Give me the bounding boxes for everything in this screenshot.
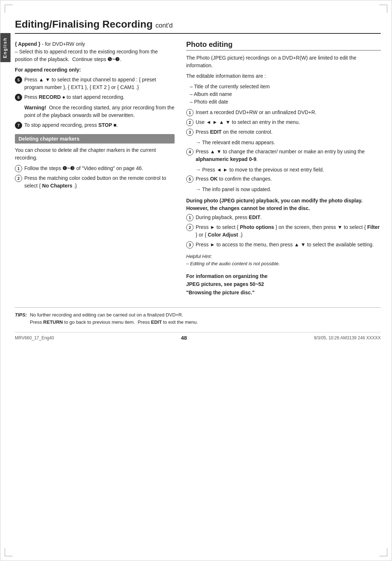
append-step5-text: Press ▲ ▼ to select the input channel to… — [24, 76, 175, 91]
during-step2: 2 Press ► to select { Photo options } on… — [186, 223, 381, 239]
del-step1: 1 Follow the steps ❶~❸ of "Video editing… — [15, 165, 175, 172]
photo-step3-text: Press EDIT on the remote control. — [196, 128, 273, 136]
helpful-hint-text: – Editing of the audio content is not po… — [186, 261, 280, 266]
photo-step-number-3: 3 — [186, 129, 193, 136]
warning-title: Warning! — [24, 105, 46, 110]
photo-step5-text: Press OK to confirm the changes. — [196, 175, 272, 183]
page-footer: MRV660_17_Eng40 48 9/3/05, 10:26 AM 3139… — [15, 332, 381, 341]
corner-bl — [5, 548, 13, 556]
footer-date: 9/3/05, 10:26 AM — [314, 335, 347, 340]
editable-item-3: Photo edit date — [190, 98, 381, 106]
photo-step3: 3 Press EDIT on the remote control. — [186, 128, 381, 136]
photo-step1: 1 Insert a recorded DVD+RW or an unfinal… — [186, 109, 381, 116]
deleting-chapter-heading: Deleting chapter markers — [15, 134, 175, 144]
del-step-number-1: 1 — [15, 165, 22, 172]
photo-step-number-2: 2 — [186, 119, 193, 126]
photo-step-number-4: 4 — [186, 148, 193, 156]
append-step7: 7 To stop append recording, press STOP. — [15, 121, 175, 129]
photo-steps-list: 1 Insert a recorded DVD+RW or an unfinal… — [186, 109, 381, 136]
photo-intro: The Photo (JPEG picture) recordings on a… — [186, 54, 381, 69]
photo-step-number-5: 5 — [186, 175, 193, 183]
corner-br — [379, 548, 387, 556]
append-steps-list: 5 Press ▲ ▼ to select the input channel … — [15, 76, 175, 101]
tips-section: TIPS: No further recording and editing c… — [15, 307, 381, 326]
page-wrapper: English Editing/Finalising Recording con… — [0, 0, 392, 561]
photo-step-number-1: 1 — [186, 109, 193, 116]
footer-page-number: 48 — [54, 335, 314, 341]
two-col-layout: { Append } - for DVD+RW only – Select th… — [15, 40, 381, 299]
for-append-heading: For append recording only: — [15, 66, 175, 74]
photo-step4-note: Press ◄ ► to move to the previous or nex… — [196, 166, 381, 174]
footer-right: 3139 246 XXXXX — [347, 335, 381, 340]
during-step-number-2: 2 — [186, 224, 193, 231]
editable-intro: The editable information items are : — [186, 72, 381, 80]
main-content: Editing/Finalising Recording cont'd { Ap… — [15, 11, 381, 341]
deleting-desc: You can choose to delete all the chapter… — [15, 146, 175, 162]
photo-editing-heading: Photo editing — [186, 40, 381, 51]
for-info-block: For information on organizing the JPEG p… — [186, 272, 381, 296]
page-title: Editing/Finalising Recording cont'd — [15, 19, 381, 34]
append-step6: 6 Press RECORD ● to start append recordi… — [15, 93, 175, 101]
during-step3: 3 Press ► to access to the menu, then pr… — [186, 241, 381, 249]
editable-item-1: Title of the currently selected item — [190, 83, 381, 90]
title-cont: cont'd — [155, 22, 172, 29]
step-number-6: 6 — [15, 94, 22, 101]
append-step7-text: To stop append recording, press STOP. — [24, 121, 118, 129]
step-number-7: 7 — [15, 122, 22, 129]
photo-step4: 4 Press ▲ ▼ to change the character/ num… — [186, 148, 381, 163]
del-step-number-2: 2 — [15, 175, 22, 182]
during-step3-text: Press ► to access to the menu, then pres… — [196, 241, 374, 249]
title-main: Editing/Finalising Recording — [15, 19, 153, 30]
helpful-hint: Helpful Hint: – Editing of the audio con… — [186, 253, 381, 267]
del-step2: 2 Press the matching color coded button … — [15, 174, 175, 190]
tips-label: TIPS: — [15, 311, 27, 319]
photo-steps-list2: 4 Press ▲ ▼ to change the character/ num… — [186, 148, 381, 163]
during-step1-text: During playback, press EDIT. — [196, 214, 262, 221]
photo-step4-text: Press ▲ ▼ to change the character/ numbe… — [196, 148, 381, 163]
corner-tl — [5, 5, 13, 13]
during-heading: During photo (JPEG picture) playback, yo… — [186, 197, 381, 212]
photo-step5-note: The info panel is now updated. — [196, 186, 381, 193]
sidebar-english-label: English — [0, 33, 11, 62]
del-step1-text: Follow the steps ❶~❸ of "Video editing" … — [24, 165, 143, 172]
during-step-number-3: 3 — [186, 241, 193, 249]
tips-text2: Press RETURN to go back to previous menu… — [30, 319, 198, 325]
photo-step3-note: The relevant edit menu appears. — [196, 139, 381, 146]
during-steps-list: 1 During playback, press EDIT. 2 Press ►… — [186, 214, 381, 249]
warning-block: Warning! Once the recording started, any… — [24, 104, 175, 119]
right-column: Photo editing The Photo (JPEG picture) r… — [186, 40, 381, 299]
editable-items-list: Title of the currently selected item Alb… — [190, 83, 381, 106]
during-step2-text: Press ► to select { Photo options } on t… — [196, 223, 381, 239]
step7-list: 7 To stop append recording, press STOP. — [15, 121, 175, 129]
photo-steps-list3: 5 Press OK to confirm the changes. — [186, 175, 381, 183]
during-step1: 1 During playback, press EDIT. — [186, 214, 381, 221]
photo-step2-text: Use ◄ ► ▲ ▼ to select an entry in the me… — [196, 118, 300, 126]
append-heading: { Append } - for DVD+RW only – Select th… — [15, 40, 175, 63]
footer-left: MRV660_17_Eng40 — [15, 335, 54, 340]
corner-tr — [379, 5, 387, 13]
del-step2-text: Press the matching color coded button on… — [24, 174, 175, 190]
photo-step2: 2 Use ◄ ► ▲ ▼ to select an entry in the … — [186, 118, 381, 126]
photo-step5: 5 Press OK to confirm the changes. — [186, 175, 381, 183]
append-step5: 5 Press ▲ ▼ to select the input channel … — [15, 76, 175, 91]
editable-item-2: Album edit name — [190, 90, 381, 98]
left-column: { Append } - for DVD+RW only – Select th… — [15, 40, 175, 193]
during-step-number-1: 1 — [186, 214, 193, 221]
tips-text: No further recording and editing can be … — [30, 311, 198, 326]
helpful-hint-label: Helpful Hint: — [186, 254, 212, 259]
step-number-5: 5 — [15, 76, 22, 84]
photo-step1-text: Insert a recorded DVD+RW or an unfinaliz… — [196, 109, 317, 116]
tips-text1: No further recording and editing can be … — [30, 312, 183, 318]
append-step6-text: Press RECORD ● to start append recording… — [24, 93, 124, 101]
deleting-steps-list: 1 Follow the steps ❶~❸ of "Video editing… — [15, 165, 175, 190]
